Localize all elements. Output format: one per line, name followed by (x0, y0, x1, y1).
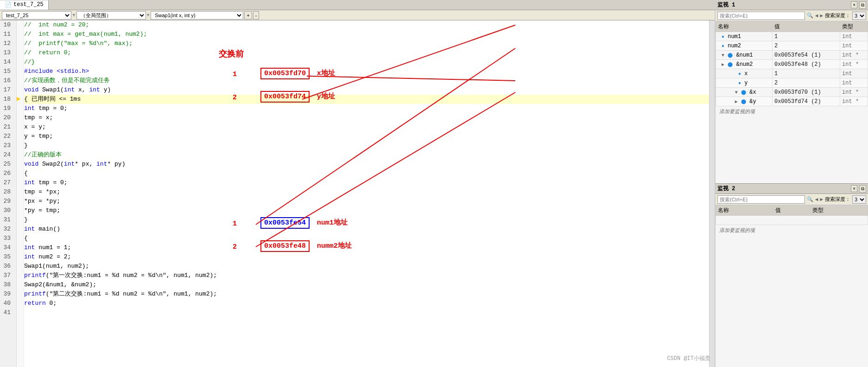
code-line-18: { 已用时间 <= 1ms (24, 95, 709, 104)
watch1-row: ▼ ⬤ &num10x0053fe54 (1)int * (716, 51, 868, 60)
watch1-add-item[interactable]: 添加要监视的项 (716, 106, 868, 117)
file-tab[interactable]: 📄 test_7_25 (0, 0, 49, 10)
watch2-search-input[interactable] (717, 195, 805, 204)
addr1-box: 0x0053fd70 x地址 (260, 68, 335, 79)
code-line-39: printf("第二次交换:num1 = %d num2 = %d\n", nu… (24, 290, 709, 299)
code-lines: // int num2 = 20;// int max = get_max(nu… (24, 20, 709, 317)
label-2-top: 2 (233, 94, 237, 102)
editor-toolbar: test_7_25 ▼ （全局范围） ▼ Swap1(int x, int y)… (0, 10, 715, 20)
code-line-10: // int num2 = 20; (24, 20, 709, 30)
code-scroll-area[interactable]: 1011121314151617181920212223242526272829… (0, 20, 709, 367)
watch1-col-type: 类型 (840, 22, 868, 32)
code-line-11: // int max = get_max(num1, num2); (24, 30, 709, 39)
code-line-12: // printf("max = %d\n", max); (24, 39, 709, 48)
line-numbers: 1011121314151617181920212223242526272829… (0, 20, 17, 367)
label-2-bottom: 2 (233, 243, 237, 251)
code-line-32: int main() (24, 225, 709, 234)
watch2-header: 监视 2 × ⧉ (716, 184, 868, 194)
section-title: 交换前 (219, 48, 244, 59)
watch1-float-btn[interactable]: ⧉ (859, 1, 866, 9)
watch2-depth-label: 搜索深度： (825, 196, 850, 203)
addr2-box: 0x0053fd74 y地址 (260, 91, 335, 103)
code-line-37: printf("第一次交换:num1 = %d num2 = %d\n", nu… (24, 271, 709, 280)
tab-icon: 📄 (5, 1, 12, 8)
code-line-21: x = y; (24, 122, 709, 132)
watch2-table: 名称 值 类型 添加要监视的项 (716, 205, 868, 367)
code-line-36: Swap1(num1, num2); (24, 262, 709, 271)
label-1-top: 1 (233, 71, 237, 78)
func-dropdown[interactable]: Swap1(int x, int y) (151, 11, 243, 19)
editor-tabs: 📄 test_7_25 (0, 0, 715, 10)
watch1-col-name: 名称 (716, 22, 773, 32)
gutter: ▶ (17, 20, 24, 367)
watch2-search-bar: 🔍 ◀ ▶ 搜索深度： 3 (716, 194, 868, 205)
watermark: CSDN @IT小福贵 (667, 354, 710, 362)
addr3-box: 0x0053fe54 num1地址 (260, 217, 348, 229)
code-line-30: *py = tmp; (24, 206, 709, 215)
watch2-col-name: 名称 (716, 206, 773, 216)
code-line-24: //正确的版本 (24, 150, 709, 160)
watch2-nav-back[interactable]: ◀ (815, 196, 818, 202)
watch2-depth-select[interactable]: 3 (852, 195, 866, 204)
main-container: 📄 test_7_25 test_7_25 ▼ （全局范围） ▼ Swap1(i… (0, 0, 868, 367)
watch1-row: ● num11int (716, 32, 868, 41)
watch1-depth-select[interactable]: 3 (852, 12, 866, 20)
code-line-27: int tmp = 0; (24, 178, 709, 187)
watch2-col-value: 值 (773, 206, 810, 216)
watch1-col-value: 值 (772, 22, 840, 32)
addr4-box: 0x0053fe48 numm2地址 (260, 240, 352, 252)
watch1-row: ▼ ⬤ &x0x0053fd70 (1)int * (716, 88, 868, 97)
label-1-bottom: 1 (233, 220, 237, 228)
search1-icon: 🔍 (807, 13, 813, 19)
code-line-38: Swap2(&num1, &num2); (24, 280, 709, 290)
editor-area: 📄 test_7_25 test_7_25 ▼ （全局范围） ▼ Swap1(i… (0, 0, 715, 367)
watch1-search-input[interactable] (717, 12, 805, 20)
search2-icon: 🔍 (807, 196, 813, 202)
code-line-28: tmp = *px; (24, 187, 709, 197)
tab-label: test_7_25 (13, 1, 44, 8)
code-line-19: int tmp = 0; (24, 104, 709, 113)
code-line-31: } (24, 215, 709, 225)
watch2-add-item[interactable]: 添加要监视的项 (716, 225, 868, 236)
watch-panel-1: 监视 1 × ⧉ 🔍 ◀ ▶ 搜索深度： 3 名称 (716, 0, 868, 184)
watch2-title: 监视 2 (717, 185, 849, 193)
right-panel: 监视 1 × ⧉ 🔍 ◀ ▶ 搜索深度： 3 名称 (715, 0, 868, 367)
code-line-13: // return 0; (24, 48, 709, 58)
code-line-29: *px = *py; (24, 197, 709, 206)
watch1-row: ▶ ⬤ &y0x0053fd74 (2)int * (716, 97, 868, 106)
code-line-23: } (24, 141, 709, 150)
watch2-col-type: 类型 (810, 206, 868, 216)
watch2-nav-forward[interactable]: ▶ (820, 196, 823, 202)
code-line-20: tmp = x; (24, 113, 709, 122)
code-panel: // int num2 = 20;// int max = get_max(nu… (24, 20, 709, 367)
code-line-35: int num2 = 2; (24, 252, 709, 262)
watch1-search-bar: 🔍 ◀ ▶ 搜索深度： 3 (716, 10, 868, 21)
code-line-41 (24, 308, 709, 317)
watch1-table: 名称 值 类型 ● num11int ● num22int▼ ⬤ &num10x… (716, 21, 868, 183)
toolbar-plus-btn[interactable]: + (244, 11, 252, 19)
watch2-empty-row (716, 216, 868, 225)
watch1-nav-forward[interactable]: ▶ (820, 13, 823, 19)
watch1-nav-back[interactable]: ◀ (815, 13, 818, 19)
watch1-row: ● x1int (716, 69, 868, 78)
code-line-16: //实现函数，但是不能完成任务 (24, 76, 709, 85)
watch1-row: ● num22int (716, 41, 868, 51)
watch1-close-btn[interactable]: × (851, 1, 857, 8)
toolbar-minus-btn[interactable]: - (253, 11, 260, 19)
watch1-header: 监视 1 × ⧉ (716, 0, 868, 10)
code-line-15: #include <stdio.h> (24, 67, 709, 76)
code-line-34: int num1 = 1; (24, 243, 709, 252)
watch-panel-2: 监视 2 × ⧉ 🔍 ◀ ▶ 搜索深度： 3 名称 (716, 184, 868, 367)
watch1-title: 监视 1 (717, 1, 849, 9)
file-dropdown[interactable]: test_7_25 (2, 11, 71, 19)
watch2-close-btn[interactable]: × (851, 185, 857, 192)
scope-dropdown[interactable]: （全局范围） (76, 11, 146, 19)
code-line-14: //} (24, 58, 709, 67)
vertical-scrollbar[interactable] (709, 20, 715, 367)
watch2-float-btn[interactable]: ⧉ (859, 185, 866, 193)
code-line-17: void Swap1(int x, int y) (24, 85, 709, 95)
editor-content: 1011121314151617181920212223242526272829… (0, 20, 715, 367)
watch1-row: ● y2int (716, 78, 868, 88)
code-line-33: { (24, 234, 709, 243)
code-line-26: { (24, 169, 709, 178)
